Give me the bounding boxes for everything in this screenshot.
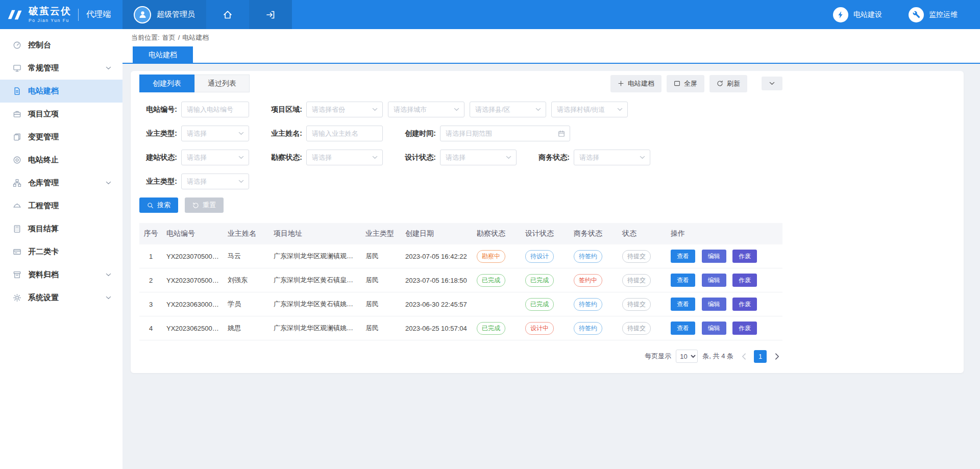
cell-owner-type: 居民 xyxy=(361,244,401,268)
next-page-button[interactable] xyxy=(771,350,782,362)
refresh-button[interactable]: 刷新 xyxy=(709,75,747,92)
cell-design-status: 设计中 xyxy=(521,316,570,340)
sidebar-item-change-management[interactable]: 变更管理 xyxy=(0,126,122,149)
design-status-select[interactable]: 请选择 xyxy=(440,150,517,165)
sidebar-item-project-initiation[interactable]: 项目立项 xyxy=(0,103,122,126)
breadcrumb: 当前位置: 首页 / 电站建档 xyxy=(122,29,980,46)
filter-business-status: 商务状态: 请选择 xyxy=(532,150,650,165)
cell-status: 待提交 xyxy=(618,292,667,316)
column-header: 项目地址 xyxy=(270,223,361,244)
cell-actions: 查看 编辑 作废 xyxy=(667,244,782,268)
view-button[interactable]: 查看 xyxy=(671,322,695,335)
main-area: 当前位置: 首页 / 电站建档 电站建档 创建列表 通过列表 电站建档 xyxy=(122,29,980,469)
date-placeholder: 请选择日期范围 xyxy=(446,129,492,138)
cell-design-status: 已完成 xyxy=(521,292,570,316)
view-button[interactable]: 查看 xyxy=(671,298,695,311)
filter-build-status: 建站状态: 请选择 xyxy=(139,150,249,165)
page-number-button[interactable]: 1 xyxy=(754,350,767,363)
pagination: 每页显示 10 条, 共 4 条 1 xyxy=(139,350,782,363)
tab-create-list[interactable]: 创建列表 xyxy=(139,75,194,92)
user-menu[interactable]: 超级管理员 xyxy=(122,0,206,29)
filter-label: 建站状态: xyxy=(139,153,177,162)
column-header: 序号 xyxy=(139,223,162,244)
column-header: 商务状态 xyxy=(570,223,618,244)
gear-icon xyxy=(13,293,21,302)
sidebar-item-warehouse-management[interactable]: 仓库管理 xyxy=(0,171,122,194)
edit-button[interactable]: 编辑 xyxy=(702,298,726,311)
district-select[interactable]: 请选择县/区 xyxy=(470,102,546,117)
sidebar-item-project-settlement[interactable]: 项目结算 xyxy=(0,217,122,240)
reset-button[interactable]: 重置 xyxy=(185,198,224,213)
station-code-input[interactable] xyxy=(181,102,249,117)
view-button[interactable]: 查看 xyxy=(671,250,695,263)
province-select[interactable]: 请选择省份 xyxy=(306,102,383,117)
filter-survey-status: 勘察状态: 请选择 xyxy=(264,150,383,165)
column-header: 勘察状态 xyxy=(473,223,521,244)
cell-actions: 查看 编辑 作废 xyxy=(667,316,782,340)
chevron-down-icon xyxy=(769,82,775,85)
owner-type-select[interactable]: 请选择 xyxy=(181,126,249,141)
panel-card-inner: 创建列表 通过列表 电站建档 全屏 xyxy=(139,75,782,363)
survey-status-select[interactable]: 请选择 xyxy=(306,150,383,165)
person-icon xyxy=(138,10,147,19)
page-tab-station-archive[interactable]: 电站建档 xyxy=(133,46,193,63)
quick-link-station-construction[interactable]: 电站建设 xyxy=(833,7,882,22)
cell-owner-name: 姚思 xyxy=(224,316,270,340)
select-placeholder: 请选择村镇/街道 xyxy=(557,105,605,114)
column-header: 创建日期 xyxy=(401,223,473,244)
sidebar-item-data-archive[interactable]: 资料归档 xyxy=(0,263,122,286)
cell-status: 待提交 xyxy=(618,316,667,340)
owner-type-select-2[interactable]: 请选择 xyxy=(181,174,249,189)
sidebar-item-type2-card[interactable]: 开二类卡 xyxy=(0,240,122,263)
filter-row: 业主类型: 请选择 业主姓名: 创建时间: xyxy=(139,126,782,141)
collapse-button[interactable] xyxy=(762,77,782,90)
void-button[interactable]: 作废 xyxy=(732,322,757,335)
sidebar-item-station-archive[interactable]: 电站建档 xyxy=(0,80,122,103)
void-button[interactable]: 作废 xyxy=(732,250,757,263)
prev-page-button[interactable] xyxy=(738,350,749,362)
breadcrumb-home-link[interactable]: 首页 xyxy=(162,33,176,42)
filter-row: 电站编号: 项目区域: 请选择省份 请选择城市 xyxy=(139,102,782,117)
edit-button[interactable]: 编辑 xyxy=(702,274,726,287)
cell-business-status: 待签约 xyxy=(570,292,618,316)
edit-button[interactable]: 编辑 xyxy=(702,322,726,335)
logout-button[interactable] xyxy=(249,0,292,29)
date-range-picker[interactable]: 请选择日期范围 xyxy=(440,126,570,141)
sidebar-item-label: 资料归档 xyxy=(28,270,59,280)
sidebar-item-console[interactable]: 控制台 xyxy=(0,34,122,57)
city-select[interactable]: 请选择城市 xyxy=(388,102,464,117)
sidebar-item-system-settings[interactable]: 系统设置 xyxy=(0,286,122,309)
owner-name-input[interactable] xyxy=(306,126,383,141)
add-station-button[interactable]: 电站建档 xyxy=(610,75,662,92)
lightning-icon xyxy=(833,7,848,22)
breadcrumb-prefix: 当前位置: xyxy=(131,33,160,42)
sidebar-item-general-management[interactable]: 常规管理 xyxy=(0,57,122,80)
filter-owner-type-2: 业主类型: 请选择 xyxy=(139,174,249,189)
select-placeholder: 请选择 xyxy=(187,129,207,138)
fullscreen-button[interactable]: 全屏 xyxy=(667,75,704,92)
search-icon xyxy=(147,202,154,209)
tab-passed-list[interactable]: 通过列表 xyxy=(194,75,250,92)
void-button[interactable]: 作废 xyxy=(732,274,757,287)
view-button[interactable]: 查看 xyxy=(671,274,695,287)
cell-created-date: 2023-07-05 16:42:22 xyxy=(401,244,473,268)
quick-link-monitor-ops[interactable]: 监控运维 xyxy=(909,7,958,22)
chevron-down-icon xyxy=(106,296,111,300)
edit-button[interactable]: 编辑 xyxy=(702,250,726,263)
select-placeholder: 请选择 xyxy=(187,153,207,162)
divider xyxy=(78,9,79,21)
home-button[interactable] xyxy=(206,0,249,29)
content: 创建列表 通过列表 电站建档 全屏 xyxy=(122,64,980,380)
business-status-select[interactable]: 请选择 xyxy=(574,150,650,165)
sidebar-item-station-termination[interactable]: 电站终止 xyxy=(0,149,122,171)
search-button[interactable]: 搜索 xyxy=(139,198,178,213)
per-page-select[interactable]: 10 xyxy=(676,350,698,363)
filter-label: 业主类型: xyxy=(139,129,177,138)
per-page-label: 每页显示 xyxy=(645,352,671,361)
build-status-select[interactable]: 请选择 xyxy=(181,150,249,165)
sidebar-item-label: 控制台 xyxy=(28,40,51,50)
village-select[interactable]: 请选择村镇/街道 xyxy=(551,102,628,117)
void-button[interactable]: 作废 xyxy=(732,298,757,311)
sidebar-item-engineering-management[interactable]: 工程管理 xyxy=(0,194,122,217)
design-status-badge: 待设计 xyxy=(525,250,554,263)
